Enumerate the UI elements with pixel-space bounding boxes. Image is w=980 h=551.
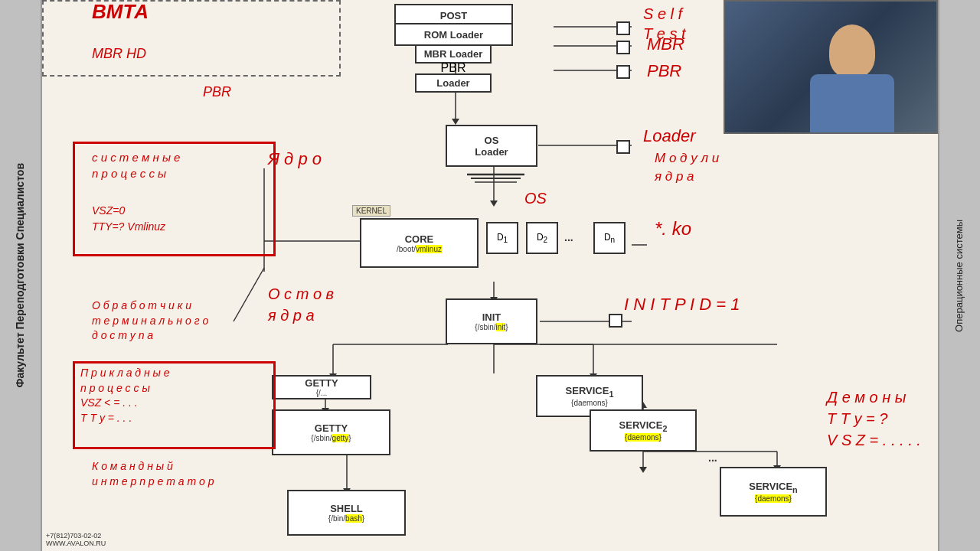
d1-label: D1 xyxy=(497,232,508,244)
yadro-label: Я д р о xyxy=(268,149,322,169)
systemnye-bracket xyxy=(73,142,276,256)
loader-right-label: Loader xyxy=(643,126,696,146)
servicen-label: SERVICEn xyxy=(749,481,797,494)
getty-top-box: GETTY {/... xyxy=(272,375,371,399)
init-path: {/sbin/init} xyxy=(475,323,508,331)
pbr-right-label: PBR xyxy=(647,61,681,81)
top-title: ВМТА xyxy=(92,0,149,24)
service2-box: SERVICE2 {daemons} xyxy=(590,409,697,452)
svg-marker-18 xyxy=(639,467,647,473)
mbr-hd-label: MBR HD xyxy=(92,46,146,62)
service2-path: {daemons} xyxy=(625,433,662,442)
pbr-loader-box: Loader xyxy=(415,73,492,93)
checkbox-init xyxy=(609,314,622,328)
getty-label: GETTY xyxy=(315,422,348,434)
init-box: INIT {/sbin/init} xyxy=(446,298,537,344)
ko-right-label: *. ko xyxy=(655,218,691,240)
demons-right-label: Д е м о н ыT T y = ?V S Z = . . . . . xyxy=(827,386,921,451)
svg-line-43 xyxy=(234,268,264,321)
prikladnye-label: П р и к л а д н ы еп р о ц е с с ыVSZ < … xyxy=(80,366,170,425)
svg-marker-3 xyxy=(452,119,459,125)
dots-label: ... xyxy=(564,231,573,243)
shell-label: SHELL xyxy=(330,503,363,514)
right-sidebar: Операционные системы xyxy=(938,0,980,551)
getty-top-label: GETTY xyxy=(305,377,338,389)
getty-top-path: {/... xyxy=(316,389,327,397)
post-label: POST xyxy=(440,10,467,21)
pbr-loader-label: Loader xyxy=(436,77,469,89)
left-sidebar-text: Факультет Переподготовки Специалистов xyxy=(13,163,28,387)
d2-label: D2 xyxy=(537,232,547,244)
rom-loader-box: ROM Loader xyxy=(394,23,513,46)
servicen-box: SERVICEn {daemons} xyxy=(720,467,827,517)
checkbox-loader xyxy=(616,140,630,154)
handlers-label: О б р а б о т ч и к ит е р м и н а л ь н… xyxy=(92,298,208,344)
dn-label: Dn xyxy=(604,232,615,244)
pbr-left-label: PBR xyxy=(203,84,231,100)
checkbox-self-test xyxy=(616,21,630,35)
left-sidebar: Факультет Переподготовки Специалистов xyxy=(0,0,42,551)
service-dots: ... xyxy=(708,452,717,464)
mbr-right-label: MBR xyxy=(647,34,684,54)
os-loader-box: OS Loader xyxy=(446,125,537,167)
service1-path: {daemons} xyxy=(571,399,608,407)
os-label: OS xyxy=(485,135,499,146)
core-label: CORE xyxy=(405,233,434,245)
rom-loader-label: ROM Loader xyxy=(424,29,483,41)
os-loader-label: Loader xyxy=(475,146,508,158)
bottom-info: +7(812)703-02-02 WWW.AVALON.RU xyxy=(46,532,106,547)
phone: +7(812)703-02-02 xyxy=(46,532,106,540)
shell-path: {/bin/bash} xyxy=(328,514,364,523)
os-right-label: OS xyxy=(524,190,547,207)
d1-box: D1 xyxy=(486,222,518,254)
servicen-path: {daemons} xyxy=(755,494,792,503)
main-content: POST ROM Loader MBR Loader PBR Loader OS… xyxy=(42,0,938,551)
modules-right-label: М о д у л ия д р а xyxy=(655,149,719,186)
kernel-label: KERNEL xyxy=(352,205,390,217)
core-path: /boot/vmlinuz xyxy=(397,245,442,253)
website: WWW.AVALON.RU xyxy=(46,540,106,547)
service2-label: SERVICE2 xyxy=(619,419,668,433)
init-pid-label: I N I T P I D = 1 xyxy=(624,295,740,315)
checkbox-pbr xyxy=(616,65,630,79)
right-sidebar-text: Операционные системы xyxy=(952,220,966,332)
kernel-box xyxy=(42,0,341,77)
mbr-loader-label: MBR Loader xyxy=(424,48,483,60)
d2-box: D2 xyxy=(526,222,558,254)
komandny-label: К о м а н д н ы йи н т е р п р е т а т о… xyxy=(92,459,214,489)
service1-label: SERVICE1 xyxy=(566,385,614,399)
webcam xyxy=(724,0,938,134)
getty-box: GETTY {/sbin/getty} xyxy=(272,409,390,455)
checkbox-mbr xyxy=(616,41,630,54)
ostov-label: О с т о вя д р а xyxy=(268,283,334,326)
dn-box: Dn xyxy=(593,222,626,254)
getty-path: {/sbin/getty} xyxy=(311,434,351,442)
init-label: INIT xyxy=(482,311,501,323)
svg-marker-5 xyxy=(490,201,498,207)
core-box: CORE /boot/vmlinuz xyxy=(360,218,479,268)
shell-box: SHELL {/bin/bash} xyxy=(287,490,406,536)
